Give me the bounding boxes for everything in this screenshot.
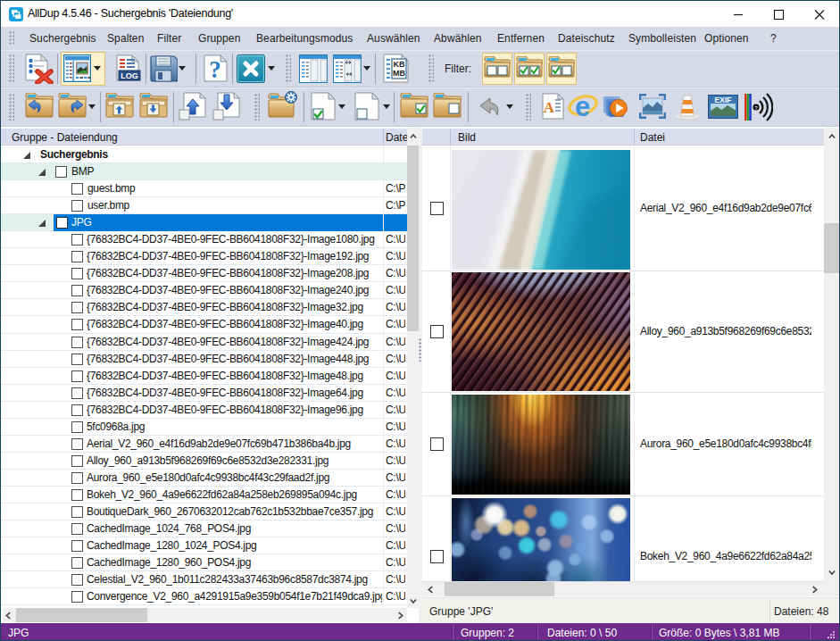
svg-text:EXIF: EXIF <box>715 96 732 104</box>
svg-text:A: A <box>544 99 555 116</box>
svg-text:KB: KB <box>394 60 405 69</box>
svg-text:?: ? <box>209 56 221 83</box>
svg-text:MB: MB <box>393 69 405 78</box>
svg-text:e: e <box>575 92 590 121</box>
svg-text:LOG: LOG <box>121 71 138 80</box>
